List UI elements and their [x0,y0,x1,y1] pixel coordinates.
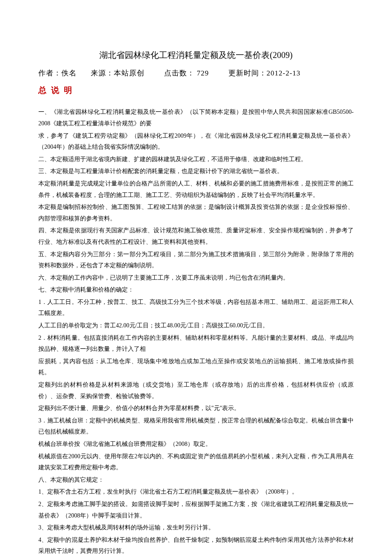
paragraph: 本定额消耗量是完成规定计量单位的合格产品所需的人工、材料、机械和必要的施工措施费… [38,178,354,201]
update-value: 2012-2-13 [267,69,301,77]
paragraph: 二、本定额适用于湖北省境内新建、扩建的园林建筑及绿化工程，不适用于修缮、改建和临… [38,154,354,165]
paragraph: 2．材料消耗量。包括直接消耗在工作内容的主要材料、辅助材料和零星材料等。凡能计量… [38,332,354,355]
author-label: 作者： [38,69,61,77]
paragraph: 定额列出不便计量、用量少、价值小的材料合并为零星材料费，以"元"表示。 [38,403,354,414]
paragraph: 3、定额未考虑大型机械及周转材料的场外运输，发生时另行计算。 [38,522,354,534]
document-title: 湖北省园林绿化工程消耗量定额及统一基价表(2009) [38,47,354,63]
meta-line: 作者：佚名 来源：本站原创 点击数： 729 更新时间：2012-2-13 [38,66,354,80]
paragraph: 4、定额中的混凝土养护和木材干燥均按自然养护、自然干燥制定，如预制钢筋混凝土构件… [38,535,354,555]
paragraph: 应损耗，其内容包括：从工地仓库、现场集中堆放地点或加工地点至操作或安装地点的运输… [38,356,354,379]
paragraph: 人工工日的单价取定为：普工42.00元/工日；技工48.00元/工日；高级技工6… [38,320,354,332]
paragraph: 2、定额未考虑施工脚手架的搭设。如需搭设脚手架时，应根据脚手架施工方案，按《湖北… [38,499,354,521]
paragraph: 机械台班单价按《湖北省施工机械台班费用定额》（2008）取定。 [38,439,354,450]
author-value: 佚名 [61,69,77,77]
paragraph: 四、本定额是依据现行有关国家产品标准、设计规范和施工验收规范、质量评定标准、安全… [38,225,354,248]
paragraph: 六、本定额的工作内容中，已说明了主要施工工序，次要工序虽未说明，均已包含在消耗量… [38,272,354,284]
source-value: 本站原创 [114,69,144,77]
paragraph: 求，参考了《建筑工程劳动定额》（园林绿化工程2009年），在《湖北省园林及绿化工… [38,130,354,153]
paragraph: 3．施工机械台班：定额中的机械类型、规格采用我省常用机械类型，按正常合理的机械配… [38,415,354,438]
paragraph: 1、定额不含土石方工程，发生时执行《湖北省土石方工程消耗量定额及统一基价表》（2… [38,486,354,498]
paragraph: 三、本定额是与工程量清单计价相配套的消耗量定额，也是定额计价下的湖北省统一基价表… [38,166,354,177]
source-label: 来源： [91,69,114,77]
hits-label: 点击数： [164,69,195,77]
paragraph: 本定额是编制招标控制价、施工图预算、工程竣工结算的依据；是编制设计概算及投资估算… [38,202,354,224]
paragraph: 一、《湖北省园林绿化工程消耗量定额及统一基价表》（以下简称本定额）是按照中华人民… [38,107,354,129]
update-label: 更新时间： [228,69,267,77]
section-header: 总 说 明 [38,83,354,98]
paragraph: 机械原值在2000元以内、使用年限在2年以内的、不构成固定资产的低值易耗的小型机… [38,451,354,474]
paragraph: 八、本定额的其它规定： [38,474,354,486]
paragraph: 七、本定额中消耗量和价格的确定： [38,284,354,296]
paragraph: 五、本定额内容分为三部分：第一部分为工程项目，第二部分为施工技术措施项目，第三部… [38,249,354,272]
paragraph: 1．人工工日。不分工种，按普工、技工、高级技工分为三个技术等级，内容包括基本用工… [38,297,354,319]
paragraph: 定额列出的材料价格是从材料来源地（或交货地）至工地仓库（或存放地）后的出库价格，… [38,379,354,402]
hits-value: 729 [197,69,209,77]
